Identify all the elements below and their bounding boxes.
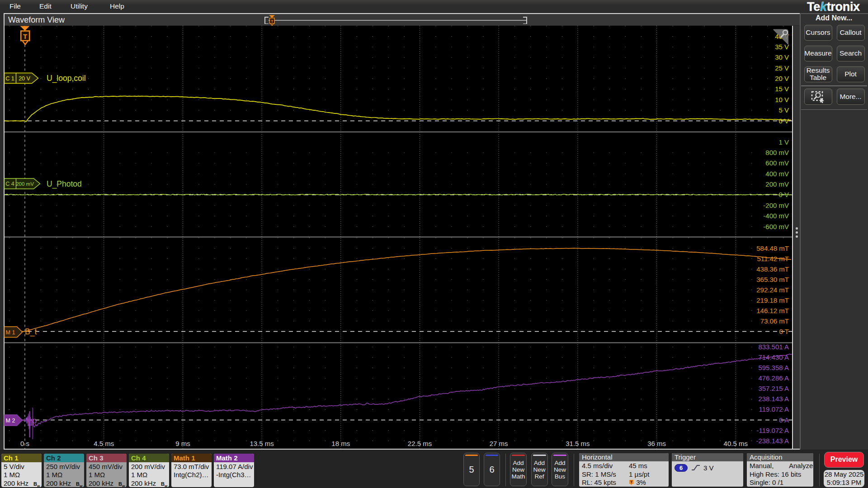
- svg-text:5 V: 5 V: [778, 106, 789, 114]
- svg-text:20 V: 20 V: [19, 75, 30, 82]
- svg-text:600 mV: 600 mV: [765, 159, 789, 167]
- svg-text:200 mV: 200 mV: [16, 181, 34, 187]
- svg-text:10 V: 10 V: [775, 96, 789, 103]
- svg-text:T: T: [630, 480, 633, 484]
- svg-text:30 V: 30 V: [775, 53, 789, 61]
- svg-text:238.143 A: 238.143 A: [758, 395, 789, 403]
- svg-text:15 V: 15 V: [775, 85, 789, 93]
- svg-text:C 4: C 4: [5, 181, 14, 187]
- svg-text:40.5 ms: 40.5 ms: [724, 440, 748, 447]
- svg-text:M 2: M 2: [6, 418, 15, 424]
- svg-text:35 V: 35 V: [775, 43, 789, 51]
- svg-text:219.18 mT: 219.18 mT: [756, 296, 789, 304]
- svg-text:T: T: [23, 33, 27, 40]
- svg-text:C 1: C 1: [5, 75, 14, 82]
- svg-text:800 mV: 800 mV: [765, 149, 789, 156]
- svg-text:U_loop,coil: U_loop,coil: [47, 74, 86, 83]
- svg-text:31.5 ms: 31.5 ms: [566, 440, 590, 447]
- svg-text:438.36 mT: 438.36 mT: [756, 265, 789, 273]
- svg-text:595.358 A: 595.358 A: [758, 364, 789, 371]
- svg-text:365.30 mT: 365.30 mT: [756, 276, 789, 283]
- svg-text:357.215 A: 357.215 A: [758, 385, 789, 392]
- svg-text:400 mV: 400 mV: [765, 170, 789, 178]
- svg-text:I_p: I_p: [26, 416, 37, 426]
- svg-text:M 1: M 1: [6, 329, 15, 336]
- svg-text:-600 mV: -600 mV: [763, 223, 789, 230]
- svg-text:476.286 A: 476.286 A: [758, 374, 789, 382]
- svg-text:-119.072 A: -119.072 A: [757, 427, 789, 434]
- svg-text:36 ms: 36 ms: [647, 440, 666, 447]
- svg-text:22.5 ms: 22.5 ms: [408, 440, 432, 447]
- svg-text:27 ms: 27 ms: [490, 440, 508, 447]
- svg-text:0 V: 0 V: [778, 191, 789, 198]
- svg-text:13.5 ms: 13.5 ms: [250, 440, 274, 447]
- svg-text:833.501 A: 833.501 A: [758, 343, 789, 351]
- svg-text:0 V: 0 V: [778, 117, 789, 125]
- svg-text:4.5 ms: 4.5 ms: [94, 440, 114, 447]
- svg-text:25 V: 25 V: [775, 64, 789, 72]
- svg-text:20 V: 20 V: [775, 75, 789, 82]
- svg-text:292.24 mT: 292.24 mT: [756, 286, 789, 294]
- svg-text:U_Photod: U_Photod: [47, 179, 82, 189]
- svg-text:73.06 mT: 73.06 mT: [760, 317, 789, 325]
- svg-text:9 ms: 9 ms: [175, 440, 190, 447]
- svg-text:1 V: 1 V: [778, 138, 789, 146]
- svg-text:584.48 mT: 584.48 mT: [756, 244, 789, 252]
- svg-text:18 ms: 18 ms: [331, 440, 350, 447]
- svg-text:200 mV: 200 mV: [765, 180, 789, 188]
- svg-text:-400 mV: -400 mV: [763, 212, 789, 220]
- svg-text:119.072 A: 119.072 A: [759, 405, 789, 413]
- svg-text:T: T: [271, 19, 274, 23]
- svg-text:511.42 mT: 511.42 mT: [757, 255, 789, 263]
- svg-text:0 s: 0 s: [20, 440, 29, 447]
- svg-text:-238.143 A: -238.143 A: [756, 437, 789, 445]
- svg-text:0 A: 0 A: [779, 416, 789, 424]
- svg-text:714.430 A: 714.430 A: [758, 353, 789, 361]
- svg-text:0 T: 0 T: [779, 328, 789, 335]
- svg-text:146.12 mT: 146.12 mT: [756, 307, 789, 314]
- svg-text:-200 mV: -200 mV: [763, 202, 789, 209]
- svg-text:B_t: B_t: [25, 327, 37, 337]
